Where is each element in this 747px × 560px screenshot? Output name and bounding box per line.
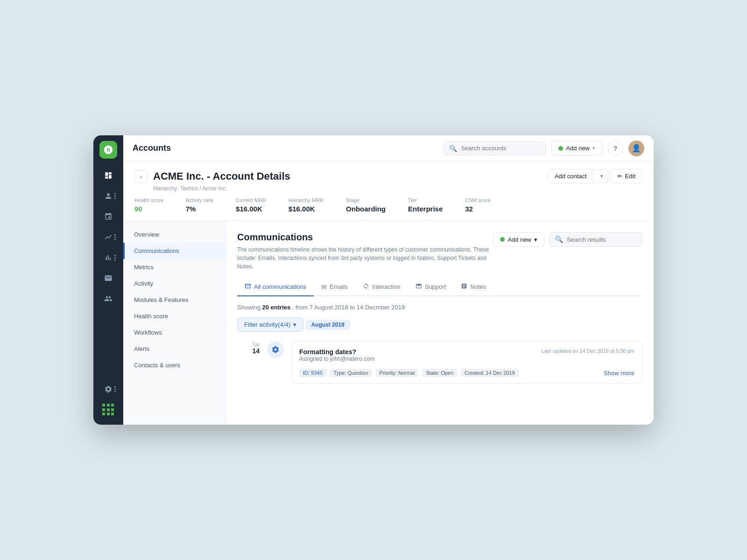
add-new-button[interactable]: Add new ▾	[551, 141, 602, 155]
top-header: Accounts 🔍 Add new ▾ ? 👤	[123, 135, 654, 161]
search-icon: 🔍	[449, 145, 457, 152]
edit-button[interactable]: ✏ Edit	[610, 169, 642, 183]
tag-created: Created: 14 Dec 2019	[461, 369, 519, 377]
tag-type: Type: Question	[330, 369, 372, 377]
nav-item-health[interactable]: Health score	[123, 308, 226, 324]
comm-description: The communications timeline shows the hi…	[237, 245, 493, 271]
tag-id: ID: 9345	[299, 369, 326, 377]
month-group-badge: August 2019	[305, 320, 350, 330]
nav-item-contacts[interactable]: Contacts & users	[123, 357, 226, 373]
timeline-date: Sat 14	[237, 341, 260, 384]
sidebar-item-bar[interactable]	[99, 248, 118, 267]
back-button[interactable]: ‹	[134, 170, 148, 183]
nav-item-communications[interactable]: Communications	[123, 243, 226, 259]
sidebar-item-apps[interactable]	[99, 400, 118, 419]
tab-emails[interactable]: ✉ Emails	[314, 278, 355, 296]
metric-csm-score: CSM score 32	[465, 197, 490, 213]
timeline-card-updated: Last updated on 14 Dec 2019 at 5:30 pm	[542, 348, 634, 354]
nav-item-overview[interactable]: Overview	[123, 226, 226, 243]
tab-support[interactable]: Support	[408, 278, 454, 296]
add-contact-button[interactable]: Add contact	[548, 169, 594, 183]
tag-state: State: Open	[422, 369, 457, 377]
comm-title: Communications	[237, 232, 493, 243]
sidebar	[93, 135, 123, 425]
interaction-icon	[363, 283, 369, 291]
nav-item-alerts[interactable]: Alerts	[123, 341, 226, 357]
avatar[interactable]: 👤	[628, 140, 644, 156]
app-logo[interactable]	[99, 141, 117, 159]
green-dot-icon	[558, 146, 563, 151]
sidebar-item-people[interactable]	[99, 289, 118, 308]
sidebar-item-chart[interactable]	[99, 228, 118, 246]
edit-icon: ✏	[617, 173, 622, 180]
sidebar-item-accounts[interactable]	[99, 187, 118, 205]
search-accounts-box[interactable]: 🔍	[443, 141, 546, 155]
green-dot-comm-icon	[500, 237, 505, 242]
main-panel: Communications The communications timeli…	[226, 221, 654, 425]
sidebar-item-dashboard[interactable]	[99, 166, 118, 185]
tag-priority: Priority: Normal	[376, 369, 419, 377]
all-comm-icon	[245, 283, 251, 291]
left-nav: Overview Communications Metrics Activity…	[123, 221, 226, 425]
help-button[interactable]: ?	[608, 141, 623, 156]
account-metrics: Health score 90 Activity rank 7% Current…	[134, 197, 642, 213]
account-title: ACME Inc. - Account Details	[153, 170, 290, 182]
chevron-down-icon: ▾	[592, 145, 595, 151]
sidebar-item-calendar[interactable]	[99, 207, 118, 226]
metric-tier: Tier Enterprise	[408, 197, 443, 213]
tab-interaction[interactable]: Interaction	[355, 278, 408, 296]
metric-hierarchy-mrr: Hierarchy MRR $16.00K	[289, 197, 324, 213]
account-hierarchy: Hierarchy: Techco / Acme Inc.	[153, 185, 642, 192]
nav-item-metrics[interactable]: Metrics	[123, 259, 226, 275]
timeline-entry: Sat 14 Formatting dates? Assigned to joh…	[237, 341, 642, 384]
notes-icon	[461, 283, 467, 291]
metric-stage: Stage Onboarding	[346, 197, 386, 213]
add-contact-dropdown-button[interactable]: ▾	[596, 169, 608, 183]
metric-current-mrr: Current MRR $16.00K	[236, 197, 266, 213]
search-results-input[interactable]	[567, 236, 636, 243]
add-new-comm-button[interactable]: Add new ▾	[493, 232, 544, 247]
sidebar-item-mail[interactable]	[99, 269, 118, 287]
show-more-link[interactable]: Show more	[604, 370, 634, 377]
emails-icon: ✉	[321, 283, 327, 291]
account-header: ‹ ACME Inc. - Account Details Add contac…	[123, 161, 654, 221]
filter-activity-button[interactable]: Filter activity(4/4) ▾	[237, 317, 303, 332]
search-accounts-input[interactable]	[461, 145, 540, 152]
filter-chevron-icon: ▾	[293, 321, 296, 328]
support-icon	[416, 283, 422, 291]
chevron-comm-icon: ▾	[534, 236, 537, 243]
comm-tabs: All communications ✉ Emails Interaction	[237, 278, 642, 296]
nav-item-workflows[interactable]: Workflows	[123, 324, 226, 341]
tab-notes[interactable]: Notes	[453, 278, 493, 296]
showing-entries: Showing 20 entries , from 7 August 2018 …	[237, 304, 642, 311]
timeline-card-title: Formatting dates?	[299, 348, 374, 356]
metric-activity-rank: Activity rank 7%	[186, 197, 213, 213]
timeline-entry-icon	[267, 341, 284, 358]
page-title: Accounts	[133, 143, 171, 153]
timeline-card: Formatting dates? Assigned to john@nater…	[291, 341, 642, 384]
sidebar-item-settings[interactable]	[99, 380, 118, 399]
search-results-icon: 🔍	[555, 236, 563, 243]
metric-health-score: Health score 90	[134, 197, 163, 213]
tab-all-communications[interactable]: All communications	[237, 278, 314, 296]
nav-item-activity[interactable]: Activity	[123, 275, 226, 292]
search-results-box[interactable]: 🔍	[549, 232, 642, 247]
timeline-card-assigned: Assigned to john@natero.com	[299, 356, 374, 362]
nav-item-modules[interactable]: Modules & Features	[123, 292, 226, 308]
